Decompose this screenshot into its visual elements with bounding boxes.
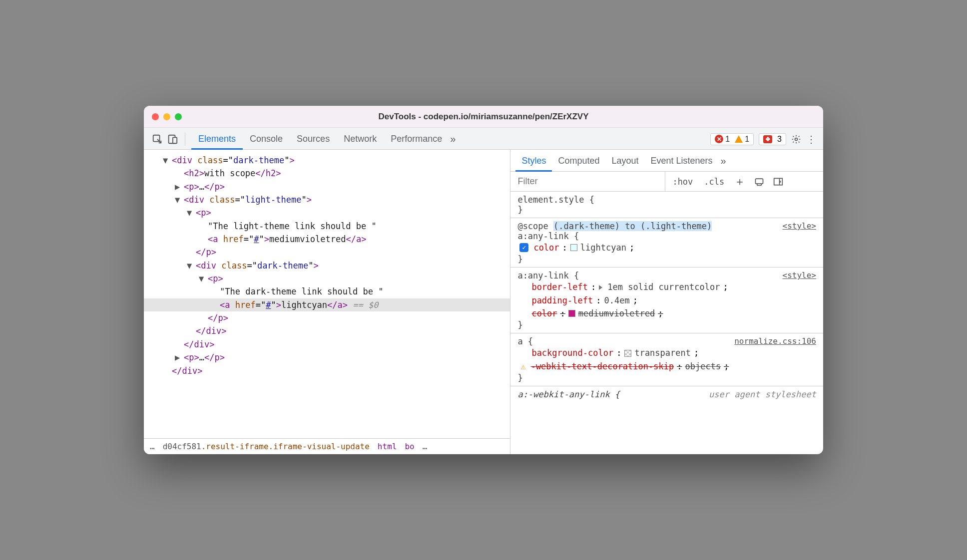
tab-elements[interactable]: Elements xyxy=(191,129,243,150)
error-icon: ✕ xyxy=(715,135,723,143)
titlebar: DevTools - codepen.io/miriamsuzanne/pen/… xyxy=(144,106,823,128)
warning-icon xyxy=(735,135,743,143)
svg-rect-2 xyxy=(173,137,177,143)
dom-node[interactable]: <a href="#">mediumvioletred</a> xyxy=(144,233,510,246)
styles-tab-layout[interactable]: Layout xyxy=(605,151,644,172)
tab-network[interactable]: Network xyxy=(337,129,384,150)
css-declaration[interactable]: ✓ color: lightcyan; xyxy=(517,241,816,254)
disclosure-triangle-icon[interactable]: ▼ xyxy=(199,272,205,285)
dom-text-node[interactable]: "The light-theme link should be " xyxy=(144,220,510,233)
disclosure-triangle-icon[interactable]: ▼ xyxy=(163,154,169,167)
tab-sources[interactable]: Sources xyxy=(290,129,337,150)
elements-panel: ▼<div class="dark-theme"> <h2>with scope… xyxy=(144,150,510,454)
disclosure-triangle-icon[interactable]: ▶ xyxy=(175,351,181,364)
settings-icon[interactable] xyxy=(791,134,801,144)
more-tabs-icon[interactable]: » xyxy=(450,133,456,145)
dom-node-selected[interactable]: <a href="#">lightcyan</a> == $0 xyxy=(144,298,510,311)
css-declaration[interactable]: background-color: transparent; xyxy=(517,346,816,359)
styles-tab-computed[interactable]: Computed xyxy=(552,151,605,172)
tab-console[interactable]: Console xyxy=(243,129,290,150)
rule-source-link[interactable]: normalize.css:106 xyxy=(734,336,816,346)
dom-node[interactable]: <h2>with scope</h2> xyxy=(144,167,510,180)
disclosure-triangle-icon[interactable]: ▶ xyxy=(175,180,181,193)
disclosure-triangle-icon[interactable]: ▼ xyxy=(175,193,181,206)
style-rule-scope[interactable]: @scope (.dark-theme) to (.light-theme) a… xyxy=(510,218,823,268)
devtools-window: DevTools - codepen.io/miriamsuzanne/pen/… xyxy=(144,106,823,454)
dom-node[interactable]: ▼<div class="dark-theme"> xyxy=(144,259,510,272)
computed-sidebar-toggle-icon[interactable] xyxy=(770,175,786,188)
declaration-checkbox[interactable]: ✓ xyxy=(519,243,528,252)
breadcrumb-item[interactable]: bo xyxy=(405,442,414,451)
dom-node[interactable]: ▶<p>…</p> xyxy=(144,180,510,193)
rule-source-link[interactable]: <style> xyxy=(783,271,816,280)
minimize-window-button[interactable] xyxy=(163,113,170,120)
css-declaration[interactable]: border-left:1em solid currentcolor; xyxy=(517,280,816,293)
dom-breadcrumb[interactable]: … d04cf581.result-iframe.iframe-visual-u… xyxy=(144,438,510,454)
issues-badge[interactable]: ❖ 3 xyxy=(759,133,786,145)
traffic-lights xyxy=(152,113,182,120)
dom-node[interactable]: ▼<p> xyxy=(144,272,510,285)
dom-node[interactable]: </div> xyxy=(144,338,510,351)
rule-source-label: user agent stylesheet xyxy=(709,389,816,399)
rule-selector: a:any-link { xyxy=(517,271,579,280)
toolbar-right: ✕ 1 1 ❖ 3 ⋮ xyxy=(710,133,816,145)
rule-source-link[interactable]: <style> xyxy=(783,221,816,231)
warning-count: 1 xyxy=(745,135,749,144)
disclosure-triangle-icon[interactable]: ▼ xyxy=(187,259,193,272)
breadcrumb-item[interactable]: d04cf581.result-iframe.iframe-visual-upd… xyxy=(163,442,370,451)
dom-node[interactable]: </div> xyxy=(144,364,510,377)
issues-icon: ❖ xyxy=(763,135,772,143)
shorthand-expand-icon[interactable] xyxy=(599,285,602,290)
tab-performance[interactable]: Performance xyxy=(384,129,449,150)
console-counts[interactable]: ✕ 1 1 xyxy=(710,133,754,145)
dom-tree[interactable]: ▼<div class="dark-theme"> <h2>with scope… xyxy=(144,150,510,438)
warning-count-badge[interactable]: 1 xyxy=(735,135,749,144)
toggle-classes-button[interactable]: .cls xyxy=(700,175,728,189)
styles-rules[interactable]: element.style { } @scope (.dark-theme) t… xyxy=(510,192,823,454)
inspect-element-icon[interactable] xyxy=(151,133,164,146)
dom-node[interactable]: ▼<div class="dark-theme"> xyxy=(144,154,510,167)
disclosure-triangle-icon[interactable]: ▼ xyxy=(187,206,193,219)
style-rule-ua[interactable]: a:-webkit-any-link { user agent styleshe… xyxy=(510,386,823,402)
dom-node[interactable]: ▼<p> xyxy=(144,206,510,219)
issues-count: 3 xyxy=(777,135,782,144)
color-swatch-icon[interactable] xyxy=(570,244,577,251)
rendering-emulations-icon[interactable] xyxy=(751,175,767,188)
new-style-rule-button[interactable]: ＋ xyxy=(731,172,748,191)
css-declaration-invalid[interactable]: ⚠ -webkit-text-decoration-skip: objects; xyxy=(517,360,816,373)
breadcrumb-ellipsis[interactable]: … xyxy=(150,442,155,451)
color-swatch-icon[interactable] xyxy=(624,350,631,357)
device-toolbar-icon[interactable] xyxy=(166,133,179,146)
close-window-button[interactable] xyxy=(152,113,159,120)
maximize-window-button[interactable] xyxy=(175,113,182,120)
dom-node[interactable]: ▼<div class="light-theme"> xyxy=(144,193,510,206)
styles-tab-event-listeners[interactable]: Event Listeners xyxy=(645,151,719,172)
dom-text-node[interactable]: "The dark-theme link should be " xyxy=(144,285,510,298)
styles-tab-styles[interactable]: Styles xyxy=(515,151,552,172)
error-count-badge[interactable]: ✕ 1 xyxy=(715,135,730,144)
svg-point-3 xyxy=(795,138,798,140)
toolbar-separator xyxy=(185,133,185,146)
dom-node[interactable]: </p> xyxy=(144,246,510,259)
style-rule[interactable]: a:any-link { <style> border-left:1em sol… xyxy=(510,268,823,333)
color-swatch-icon[interactable] xyxy=(568,310,575,317)
styles-filter-input[interactable] xyxy=(510,172,665,191)
dom-node[interactable]: </div> xyxy=(144,324,510,337)
dom-node[interactable]: </p> xyxy=(144,311,510,324)
breadcrumb-item[interactable]: html xyxy=(378,442,397,451)
breadcrumb-ellipsis[interactable]: … xyxy=(423,442,428,451)
style-rule[interactable]: a { normalize.css:106 background-color: … xyxy=(510,333,823,386)
styles-filterbar: :hov .cls ＋ xyxy=(510,172,823,192)
css-declaration[interactable]: padding-left: 0.4em; xyxy=(517,294,816,307)
style-rule-element[interactable]: element.style { } xyxy=(510,192,823,218)
toggle-hover-button[interactable]: :hov xyxy=(668,175,697,189)
error-count: 1 xyxy=(725,135,730,144)
dom-node[interactable]: ▶<p>…</p> xyxy=(144,351,510,364)
styles-panel: Styles Computed Layout Event Listeners »… xyxy=(510,150,823,454)
more-styles-tabs-icon[interactable]: » xyxy=(721,155,726,167)
window-title: DevTools - codepen.io/miriamsuzanne/pen/… xyxy=(144,112,823,122)
styles-tabs: Styles Computed Layout Event Listeners » xyxy=(510,150,823,172)
rule-selector: a { xyxy=(517,336,533,346)
css-declaration-overridden[interactable]: color: mediumvioletred; xyxy=(517,307,816,320)
more-menu-icon[interactable]: ⋮ xyxy=(806,133,816,145)
